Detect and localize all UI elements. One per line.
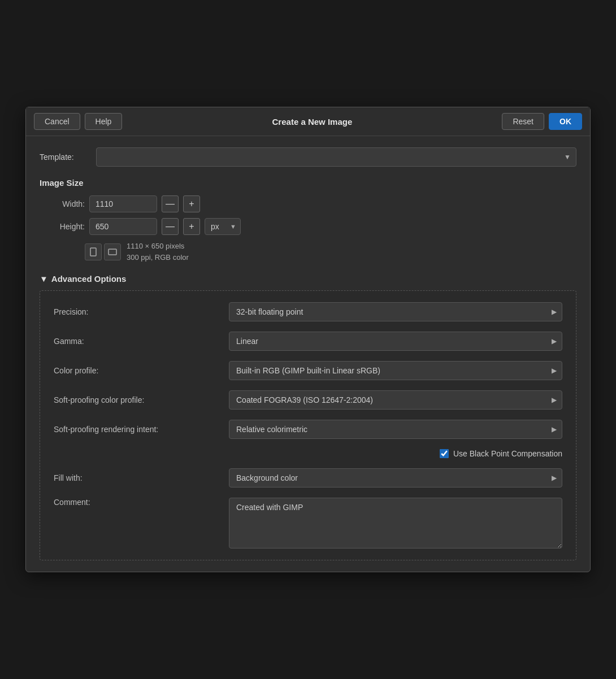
height-decrease-button[interactable]: — [162,218,179,235]
precision-select[interactable]: 32-bit floating point 16-bit floating po… [229,302,562,321]
help-button[interactable]: Help [85,113,123,130]
soft-proofing-row: Soft-proofing color profile: Coated FOGR… [54,390,562,410]
rendering-intent-row: Soft-proofing rendering intent: Relative… [54,420,562,439]
black-point-label: Use Black Point Compensation [453,449,562,458]
new-image-dialog: Cancel Help Create a New Image Reset OK … [25,107,591,572]
template-select-wrapper [96,147,576,167]
dialog-title: Create a New Image [128,117,496,127]
image-info-row: 1110 × 650 pixels 300 ppi, RGB color [85,241,576,263]
gamma-label: Gamma: [54,337,223,346]
soft-proofing-select-wrapper: Coated FOGRA39 (ISO 12647-2:2004) sRGB [229,390,562,410]
color-profile-row: Color profile: Built-in RGB (GIMP built-… [54,361,562,380]
advanced-chevron-icon: ▼ [40,274,48,284]
precision-row: Precision: 32-bit floating point 16-bit … [54,302,562,321]
rendering-intent-select[interactable]: Relative colorimetric Perceptual Saturat… [229,420,562,439]
image-pixels-info: 1110 × 650 pixels [127,241,189,252]
unit-select[interactable]: px in mm cm [205,218,241,235]
fill-with-select-wrapper: Background color Foreground color White … [229,468,562,488]
black-point-row: Use Black Point Compensation [54,449,562,458]
image-icons [85,243,121,260]
titlebar-left-buttons: Cancel Help [34,113,122,130]
titlebar-right-buttons: Reset OK [502,113,582,130]
width-input[interactable] [89,195,157,212]
color-profile-label: Color profile: [54,366,223,375]
height-row: Height: — + px in mm cm [40,218,576,235]
image-size-heading: Image Size [40,178,576,188]
template-row: Template: [40,147,576,167]
width-row: Width: — + [40,195,576,212]
width-decrease-button[interactable]: — [162,195,179,212]
height-increase-button[interactable]: + [183,218,200,235]
portrait-icon-button[interactable] [85,243,102,260]
image-info-text: 1110 × 650 pixels 300 ppi, RGB color [127,241,189,263]
height-input[interactable] [89,218,157,235]
fill-with-row: Fill with: Background color Foreground c… [54,468,562,488]
advanced-options-heading[interactable]: ▼ Advanced Options [40,274,576,284]
fill-with-label: Fill with: [54,473,223,482]
svg-rect-0 [90,248,96,256]
cancel-button[interactable]: Cancel [34,113,80,130]
gamma-select-wrapper: Linear Perceptual (gamma) [229,332,562,351]
advanced-heading-label: Advanced Options [51,274,127,284]
image-ppi-info: 300 ppi, RGB color [127,252,189,263]
comment-textarea[interactable]: Created with GIMP [229,498,562,549]
rendering-intent-label: Soft-proofing rendering intent: [54,425,223,434]
gamma-select[interactable]: Linear Perceptual (gamma) [229,332,562,351]
template-label: Template: [40,153,90,162]
reset-button[interactable]: Reset [502,113,544,130]
comment-label: Comment: [54,498,223,507]
image-size-section: Image Size Width: — + Height: — + px in … [40,178,576,263]
width-increase-button[interactable]: + [183,195,200,212]
width-label: Width: [40,199,85,208]
color-profile-select[interactable]: Built-in RGB (GIMP built-in Linear sRGB)… [229,361,562,380]
precision-label: Precision: [54,307,223,316]
soft-proofing-select[interactable]: Coated FOGRA39 (ISO 12647-2:2004) sRGB [229,390,562,410]
black-point-checkbox[interactable] [440,449,449,458]
gamma-row: Gamma: Linear Perceptual (gamma) [54,332,562,351]
landscape-icon-button[interactable] [104,243,121,260]
svg-rect-1 [109,249,116,255]
rendering-intent-select-wrapper: Relative colorimetric Perceptual Saturat… [229,420,562,439]
soft-proofing-label: Soft-proofing color profile: [54,395,223,404]
height-label: Height: [40,222,85,231]
advanced-options-section: ▼ Advanced Options Precision: 32-bit flo… [40,274,576,560]
dialog-body: Template: Image Size Width: — + Height: [26,136,590,572]
advanced-options-content: Precision: 32-bit floating point 16-bit … [40,290,576,560]
unit-wrapper: px in mm cm [205,218,241,235]
color-profile-select-wrapper: Built-in RGB (GIMP built-in Linear sRGB)… [229,361,562,380]
fill-with-select[interactable]: Background color Foreground color White … [229,468,562,488]
ok-button[interactable]: OK [549,113,582,130]
template-select[interactable] [96,147,576,167]
comment-row: Comment: Created with GIMP [54,498,562,549]
titlebar: Cancel Help Create a New Image Reset OK [26,107,590,136]
precision-select-wrapper: 32-bit floating point 16-bit floating po… [229,302,562,321]
